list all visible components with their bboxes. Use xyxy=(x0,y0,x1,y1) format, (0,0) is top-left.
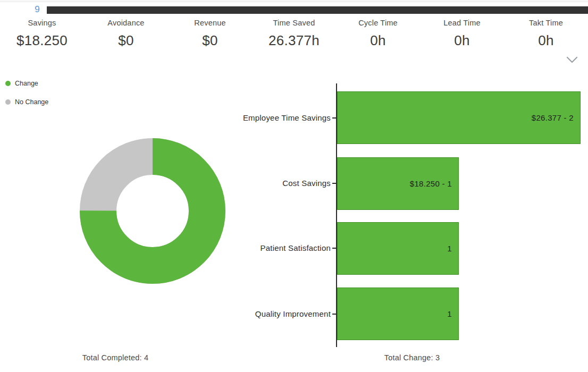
legend-label: Change xyxy=(15,80,38,87)
total-completed-label: Total Completed: 4 xyxy=(82,353,149,362)
top-divider xyxy=(0,0,588,2)
bar-cost-savings[interactable]: $18.250 - 1 xyxy=(337,157,459,210)
axis-tick xyxy=(332,183,337,184)
legend-dot-change xyxy=(5,81,11,86)
legend-label: No Change xyxy=(15,98,48,106)
axis-tick xyxy=(332,248,337,249)
kpi-value: $18.250 xyxy=(0,32,84,49)
kpi-takt-time: Takt Time 0h xyxy=(504,19,588,49)
bar-category-label: Employee Time Savings xyxy=(202,113,331,122)
legend-item-change[interactable]: Change xyxy=(5,80,48,87)
kpi-value: 0h xyxy=(336,32,420,49)
bar-value-label: 1 xyxy=(447,309,458,318)
total-change-label: Total Change: 3 xyxy=(384,353,440,362)
kpi-label: Revenue xyxy=(168,19,252,27)
axis-tick xyxy=(332,314,337,315)
bar-category-label: Cost Savings xyxy=(202,179,331,188)
dashboard: 9 Savings $18.250 Avoidance $0 Revenue $… xyxy=(0,0,588,372)
bar-quality-improvement[interactable]: 1 xyxy=(337,288,459,340)
bar-value-label: $18.250 - 1 xyxy=(410,179,458,188)
bar-category-label: Quality Improvement xyxy=(202,309,331,318)
kpi-label: Savings xyxy=(0,19,84,27)
kpi-label: Lead Time xyxy=(420,19,504,27)
item-count-badge: 9 xyxy=(31,4,44,15)
bar-value-label: 1 xyxy=(447,244,458,253)
bar-value-label: $26.377 - 2 xyxy=(532,113,580,122)
kpi-value: 0h xyxy=(504,32,588,49)
kpi-revenue: Revenue $0 xyxy=(168,19,252,49)
kpi-cycle-time: Cycle Time 0h xyxy=(336,19,420,49)
bar-employee-time-savings[interactable]: $26.377 - 2 xyxy=(337,91,581,144)
kpi-label: Avoidance xyxy=(84,19,168,27)
kpi-lead-time: Lead Time 0h xyxy=(420,19,504,49)
kpi-savings: Savings $18.250 xyxy=(0,19,84,49)
kpi-avoidance: Avoidance $0 xyxy=(84,19,168,49)
chart-legend: Change No Change xyxy=(5,80,48,117)
bar-category-label: Patient Satisfaction xyxy=(202,243,331,252)
kpi-value: $0 xyxy=(84,32,168,49)
kpi-value: $0 xyxy=(168,32,252,49)
kpi-label: Takt Time xyxy=(504,19,588,27)
chevron-down-icon[interactable] xyxy=(565,55,579,65)
donut-chart xyxy=(80,138,225,284)
bar-patient-satisfaction[interactable]: 1 xyxy=(337,222,459,275)
kpi-value: 26.377h xyxy=(252,32,336,49)
progress-scroll-bar[interactable] xyxy=(47,6,588,14)
kpi-label: Time Saved xyxy=(252,19,336,27)
kpi-value: 0h xyxy=(420,32,504,49)
kpi-row: Savings $18.250 Avoidance $0 Revenue $0 … xyxy=(0,19,588,49)
legend-item-no-change[interactable]: No Change xyxy=(5,98,48,106)
legend-dot-no-change xyxy=(5,99,11,105)
kpi-label: Cycle Time xyxy=(336,19,420,27)
kpi-time-saved: Time Saved 26.377h xyxy=(252,19,336,49)
axis-tick xyxy=(332,117,337,119)
